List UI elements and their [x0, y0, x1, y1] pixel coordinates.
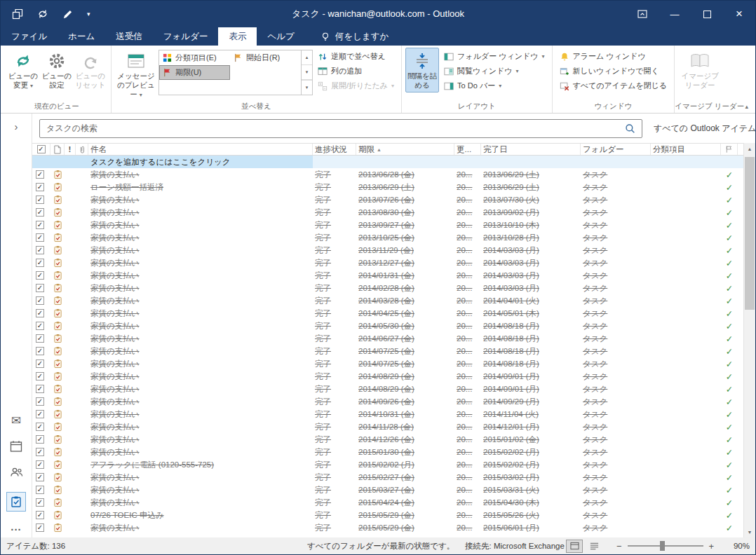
gallery-scroll-up-button[interactable]: ▴ [302, 50, 312, 65]
task-complete-checkbox[interactable]: ✓ [36, 385, 44, 393]
scroll-down-button[interactable]: ▼ [744, 526, 755, 537]
immersive-reader-button[interactable]: イマージブ リーダー [678, 48, 722, 92]
completed-check-icon[interactable]: ✓ [721, 233, 738, 243]
ribbon-display-options-button[interactable] [626, 1, 659, 27]
task-row[interactable]: ✓ 家賃の支払い 完了 2014/06/27 (金) 20... 2014/08… [32, 332, 743, 345]
task-row[interactable]: ✓ 家賃の支払い 完了 2014/07/25 (金) 20... 2014/08… [32, 357, 743, 370]
close-button[interactable]: × [723, 1, 755, 27]
zoom-level[interactable]: 90% [734, 537, 750, 554]
task-complete-checkbox[interactable]: ✓ [36, 498, 44, 507]
qat-customize-chevron-icon[interactable]: ▾ [87, 11, 90, 18]
task-complete-checkbox[interactable]: ✓ [36, 334, 44, 343]
gallery-more-button[interactable]: ▾ [302, 80, 312, 95]
arrange-by-categories[interactable]: 分類項目(E) [159, 50, 230, 65]
completed-check-icon[interactable]: ✓ [721, 182, 738, 193]
task-complete-checkbox[interactable]: ✓ [36, 511, 44, 519]
completed-date-column-header[interactable]: 完了日 [481, 144, 581, 155]
task-complete-checkbox[interactable]: ✓ [36, 284, 44, 292]
task-complete-checkbox[interactable]: ✓ [36, 423, 44, 431]
collapse-ribbon-button[interactable]: ▴ [745, 103, 748, 110]
task-complete-checkbox[interactable]: ✓ [36, 523, 44, 532]
task-complete-checkbox[interactable]: ✓ [36, 486, 44, 494]
reading-pane-button[interactable]: 閲覧ウィンドウ ▾ [440, 64, 548, 78]
task-complete-checkbox[interactable]: ✓ [36, 410, 44, 418]
expand-folder-pane-button[interactable]: › [1, 121, 32, 132]
completed-check-icon[interactable]: ✓ [721, 510, 738, 521]
normal-view-button[interactable] [566, 540, 583, 553]
arrange-by-due-date[interactable]: 期限(U) [159, 65, 230, 80]
completed-check-icon[interactable]: ✓ [721, 434, 738, 445]
task-complete-checkbox[interactable]: ✓ [36, 233, 44, 242]
change-view-button[interactable]: ビューの変更 ▾ [6, 48, 40, 92]
scrollbar-thumb[interactable] [745, 157, 755, 310]
task-row[interactable]: ✓ 家賃の支払い 完了 2014/08/29 (金) 20... 2014/09… [32, 370, 743, 383]
task-row[interactable]: ✓ 家賃の支払い 完了 2013/11/29 (金) 20... 2014/03… [32, 244, 743, 256]
task-complete-checkbox[interactable]: ✓ [36, 309, 44, 317]
completed-check-icon[interactable]: ✓ [721, 498, 738, 508]
task-row[interactable]: ✓ 家賃の支払い 完了 2013/08/30 (金) 20... 2013/09… [32, 206, 743, 219]
due-date-column-header[interactable]: 期限▲ [356, 144, 454, 155]
tab-help[interactable]: ヘルプ [257, 27, 304, 46]
task-row[interactable]: ✓ 家賃の支払い 完了 2015/04/24 (金) 20... 2015/04… [32, 496, 743, 509]
tab-view[interactable]: 表示 [218, 27, 257, 46]
icon-column-header[interactable] [50, 144, 65, 155]
completed-check-icon[interactable]: ✓ [721, 422, 738, 432]
completed-check-icon[interactable]: ✓ [721, 296, 738, 306]
task-complete-checkbox[interactable]: ✓ [36, 221, 44, 229]
task-row[interactable]: ✓ ローン残額一括返済 完了 2013/06/29 (土) 20... 2013… [32, 181, 743, 193]
completed-check-icon[interactable]: ✓ [721, 447, 738, 458]
completed-check-icon[interactable]: ✓ [721, 384, 738, 395]
reset-view-button[interactable]: ビューのリセット [74, 48, 107, 92]
importance-column-header[interactable]: ! [65, 144, 76, 155]
task-row[interactable]: ✓ 家賃の支払い 完了 2015/05/29 (金) 20... 2015/06… [32, 521, 743, 534]
task-row[interactable]: ✓ 家賃の支払い 完了 2014/05/30 (金) 20... 2014/08… [32, 320, 743, 332]
completed-check-icon[interactable]: ✓ [721, 270, 738, 281]
task-row[interactable]: ✓ 07/26 TOEIC 申込み 完了 2015/05/29 (金) 20..… [32, 509, 743, 521]
task-complete-checkbox[interactable]: ✓ [36, 448, 44, 456]
task-row[interactable]: ✓ 家賃の支払い 完了 2014/10/31 (金) 20... 2014/11… [32, 408, 743, 420]
task-complete-checkbox[interactable]: ✓ [36, 208, 44, 217]
completed-check-icon[interactable]: ✓ [721, 170, 738, 180]
select-all-column-header[interactable]: ✓ [32, 144, 50, 155]
add-task-row[interactable]: タスクを追加するにはここをクリック [32, 156, 743, 168]
task-complete-checkbox[interactable]: ✓ [36, 246, 44, 254]
task-row[interactable]: ✓ 家賃の支払い 完了 2014/08/29 (金) 20... 2014/09… [32, 383, 743, 395]
more-apps-ellipsis[interactable]: ... [11, 525, 22, 529]
task-row[interactable]: ✓ 家賃の支払い 完了 2015/03/27 (金) 20... 2015/03… [32, 484, 743, 496]
task-complete-checkbox[interactable]: ✓ [36, 347, 44, 355]
task-complete-checkbox[interactable]: ✓ [36, 183, 44, 191]
reading-view-button[interactable] [586, 540, 602, 553]
task-row[interactable]: ✓ 家賃の支払い 完了 2014/03/28 (金) 20... 2014/04… [32, 294, 743, 307]
task-row[interactable]: ✓ 家賃の支払い 完了 2015/01/30 (金) 20... 2015/02… [32, 446, 743, 458]
modified-column-header[interactable]: 更... [454, 144, 481, 155]
todo-bar-button[interactable]: To Do バー ▾ [440, 78, 548, 93]
completed-check-icon[interactable]: ✓ [721, 245, 738, 256]
tell-me-search[interactable]: 何をしますか [320, 27, 389, 46]
task-complete-checkbox[interactable]: ✓ [36, 359, 44, 368]
task-complete-checkbox[interactable]: ✓ [36, 473, 44, 481]
completed-check-icon[interactable]: ✓ [721, 460, 738, 470]
search-box[interactable] [39, 119, 642, 138]
completed-check-icon[interactable]: ✓ [721, 283, 738, 294]
message-preview-button[interactable]: メッセージのプレビュー ▾ [115, 48, 157, 102]
zoom-in-button[interactable]: + [709, 541, 715, 551]
categories-column-header[interactable]: 分類項目 [651, 144, 721, 155]
task-complete-checkbox[interactable]: ✓ [36, 259, 44, 267]
mail-icon[interactable]: ✉ [11, 415, 21, 427]
task-row[interactable]: ✓ 家賃の支払い 完了 2015/02/27 (金) 20... 2015/03… [32, 471, 743, 484]
tasks-icon-selected[interactable] [6, 492, 26, 512]
minimize-button[interactable]: — [659, 1, 691, 27]
maximize-button[interactable] [691, 1, 723, 27]
open-new-window-button[interactable]: 新しいウィンドウで開く [556, 64, 671, 78]
search-input[interactable] [46, 123, 625, 133]
completed-check-icon[interactable]: ✓ [721, 359, 738, 369]
completed-check-icon[interactable]: ✓ [721, 321, 738, 331]
scroll-up-button[interactable]: ▲ [744, 143, 755, 154]
search-scope-dropdown[interactable]: すべての Outlook アイテム ▾ [654, 123, 756, 135]
task-complete-checkbox[interactable]: ✓ [36, 196, 44, 204]
completed-check-icon[interactable]: ✓ [721, 207, 738, 218]
task-complete-checkbox[interactable]: ✓ [36, 435, 44, 444]
task-complete-checkbox[interactable]: ✓ [36, 372, 44, 381]
completed-check-icon[interactable]: ✓ [721, 258, 738, 268]
task-complete-checkbox[interactable]: ✓ [36, 460, 44, 469]
